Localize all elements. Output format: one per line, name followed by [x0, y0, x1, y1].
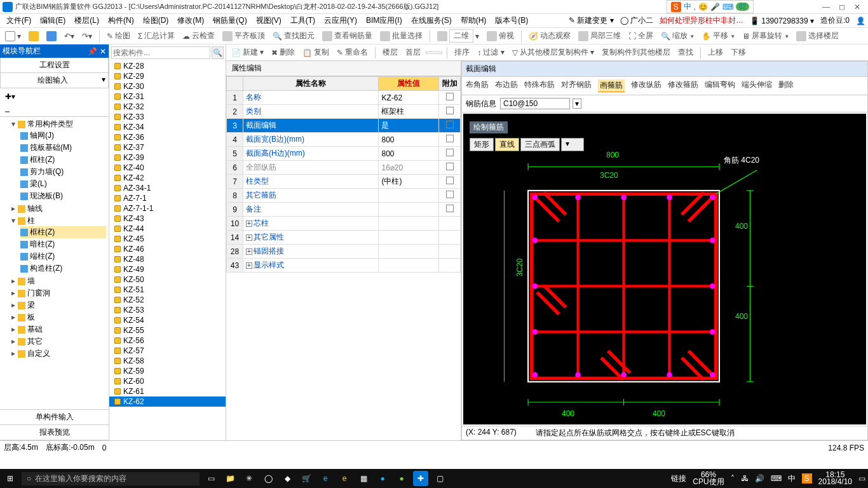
app-icon-4[interactable]: ◆ — [280, 471, 295, 486]
menu-4[interactable]: 绘图(D) — [139, 14, 173, 27]
app-icon-2[interactable]: ✳ — [241, 471, 257, 486]
list-item[interactable]: KZ-30 — [109, 81, 226, 92]
list-item[interactable]: KZ-54 — [109, 315, 226, 325]
find-element-button[interactable]: 🔍 查找图元 — [270, 29, 317, 43]
ops-删除[interactable]: ✖ 删除 — [269, 46, 297, 59]
list-item[interactable]: KZ-31 — [109, 92, 226, 102]
section-tab[interactable]: 修改纵筋 — [631, 79, 661, 92]
volume-icon[interactable]: 🔊 — [755, 474, 764, 483]
menu-8[interactable]: 工具(T) — [287, 14, 319, 27]
action-center-icon[interactable]: ▭ — [858, 474, 865, 483]
tree-item[interactable]: 框柱(Z) — [20, 226, 106, 238]
list-item[interactable]: KZ-61 — [109, 386, 226, 396]
ops-复制[interactable]: 📋 复制 — [300, 46, 332, 59]
list-item[interactable]: KZ-60 — [109, 376, 226, 386]
minimize-button[interactable]: — — [822, 3, 830, 11]
section-tab[interactable]: 特殊布筋 — [524, 79, 555, 92]
local-3d-button[interactable]: 局部三维 — [576, 29, 623, 43]
phone-label[interactable]: 📱 13907298339 ▾ — [750, 17, 814, 25]
list-item[interactable]: KZ-55 — [109, 325, 226, 336]
menu-2[interactable]: 楼层(L) — [71, 14, 103, 27]
search-button[interactable]: 🔍 — [212, 46, 224, 59]
tree-item[interactable]: 端柱(Z) — [20, 250, 106, 262]
tree-item[interactable]: 轴网(J) — [20, 130, 106, 142]
ime-tray-icon[interactable]: ⌨ — [771, 474, 782, 483]
rotate-button[interactable]: 🖥 屏幕旋转 — [740, 29, 791, 43]
ops-从其他楼层复制构件[interactable]: ▽ 从其他楼层复制构件 ▾ — [510, 46, 597, 59]
tree-folder[interactable]: 板 — [11, 311, 106, 323]
section-tab[interactable]: 布边筋 — [495, 79, 518, 92]
list-item[interactable]: KZ-49 — [109, 264, 226, 274]
tree-item[interactable]: 构造柱(Z) — [20, 262, 106, 274]
tray-up-icon[interactable]: ˄ — [731, 474, 735, 483]
prop-row[interactable]: 14+其它属性 — [227, 231, 461, 245]
edge-icon[interactable]: e — [318, 471, 333, 486]
list-item[interactable]: KZ-34 — [109, 122, 226, 132]
prop-row[interactable]: 10+芯柱 — [227, 217, 461, 231]
tree-item[interactable]: 框柱(Z) — [20, 154, 106, 166]
list-item[interactable]: KZ-62 — [109, 396, 226, 407]
link-label[interactable]: 链接 — [671, 473, 686, 484]
cloud-check-button[interactable]: ☁ 云检查 — [180, 29, 217, 43]
section-tab[interactable]: 编辑弯钩 — [705, 79, 735, 92]
start-button[interactable]: ⊞ — [3, 471, 18, 486]
undo-button[interactable]: ↶▾ — [62, 30, 77, 42]
search-input[interactable] — [111, 46, 210, 59]
tool-icon-2[interactable]: ⎯ — [3, 102, 106, 114]
ops-楼层[interactable]: 楼层 — [380, 46, 400, 59]
shape-rect-button[interactable]: 矩形 — [470, 138, 494, 151]
shape-arc-button[interactable]: 三点画弧 — [520, 138, 560, 151]
app-icon-5[interactable]: 🛒 — [299, 471, 314, 486]
app-icon-3[interactable]: ◯ — [261, 471, 276, 486]
section-tab[interactable]: 对齐钢筋 — [561, 79, 592, 92]
ops-上移[interactable]: 上移 — [705, 46, 726, 59]
list-item[interactable]: KZ-59 — [109, 366, 226, 376]
menu-13[interactable]: 版本号(B) — [491, 14, 532, 27]
tool-icon-1[interactable]: ✚▾ — [3, 91, 106, 102]
menu-6[interactable]: 钢筋量(Q) — [209, 14, 250, 27]
list-item[interactable]: KZ-29 — [109, 71, 226, 81]
list-item[interactable]: KZ-28 — [109, 61, 226, 71]
tab-draw-input[interactable]: 绘图输入 ▾ — [0, 73, 109, 88]
prop-row[interactable]: 4截面宽(B边)(mm)800 — [227, 133, 461, 147]
prop-row[interactable]: 9备注 — [227, 203, 461, 217]
prop-row[interactable]: 3截面编辑是 — [227, 119, 461, 133]
draw-button[interactable]: ✎ 绘图 — [104, 29, 133, 43]
app-icon-1[interactable]: 📁 — [222, 471, 238, 486]
list-item[interactable]: KZ-43 — [109, 214, 226, 224]
section-tab[interactable]: 删除 — [778, 79, 794, 92]
menu-11[interactable]: 在线服务(S) — [407, 14, 456, 27]
ops-重命名[interactable]: ✎ 重命名 — [334, 46, 370, 59]
tree-folder[interactable]: 其它 — [11, 336, 106, 348]
list-item[interactable]: AZ-7-1-1 — [109, 203, 226, 214]
view-rebar-button[interactable]: 查看钢筋量 — [320, 29, 375, 43]
tree-item[interactable]: 梁(L) — [20, 178, 106, 190]
rebar-info-dropdown[interactable]: ▾ — [573, 98, 581, 109]
component-tree[interactable]: 常用构件类型轴网(J)筏板基础(M)框柱(Z)剪力墙(Q)梁(L)现浇板(B)轴… — [0, 117, 109, 409]
ops-查找[interactable]: 查找 — [675, 46, 696, 59]
zoom-button[interactable]: 🔍 缩放 — [658, 29, 696, 43]
cpu-meter[interactable]: 66%CPU使用 — [693, 471, 724, 485]
prop-row[interactable]: 43+显示样式 — [227, 259, 461, 273]
section-canvas[interactable]: 绘制箍筋 矩形 直线 三点画弧 ▾ — [463, 114, 866, 424]
close-button[interactable]: ✕ — [854, 3, 860, 11]
tab-report-preview[interactable]: 报表预览 — [0, 425, 109, 440]
tree-item[interactable]: 暗柱(Z) — [20, 238, 106, 250]
ie-icon[interactable]: e — [337, 471, 352, 486]
menu-7[interactable]: 视图(V) — [252, 14, 285, 27]
section-tab[interactable]: 布角筋 — [466, 79, 489, 92]
dynamic-view-button[interactable]: 🧭 动态观察 — [526, 29, 573, 43]
save-button[interactable] — [44, 30, 59, 43]
list-item[interactable]: KZ-52 — [109, 295, 226, 305]
tree-folder[interactable]: 门窗洞 — [11, 287, 106, 299]
user-button[interactable]: ◯ 广小二 — [620, 15, 653, 26]
menu-0[interactable]: 文件(F) — [3, 14, 35, 27]
menu-3[interactable]: 构件(N) — [104, 14, 138, 27]
batch-select-button[interactable]: 批量选择 — [377, 29, 425, 43]
prop-row[interactable]: 2类别框架柱 — [227, 105, 461, 119]
ime-bar[interactable]: S 中,😊🎤⌨ 62 — [667, 0, 754, 13]
pan-button[interactable]: ✋ 平移 — [699, 29, 737, 43]
new-change-button[interactable]: ✎ 新建变更 ▾ — [569, 15, 614, 26]
app-icon-7[interactable]: ● — [375, 471, 390, 486]
list-item[interactable]: KZ-58 — [109, 356, 226, 366]
